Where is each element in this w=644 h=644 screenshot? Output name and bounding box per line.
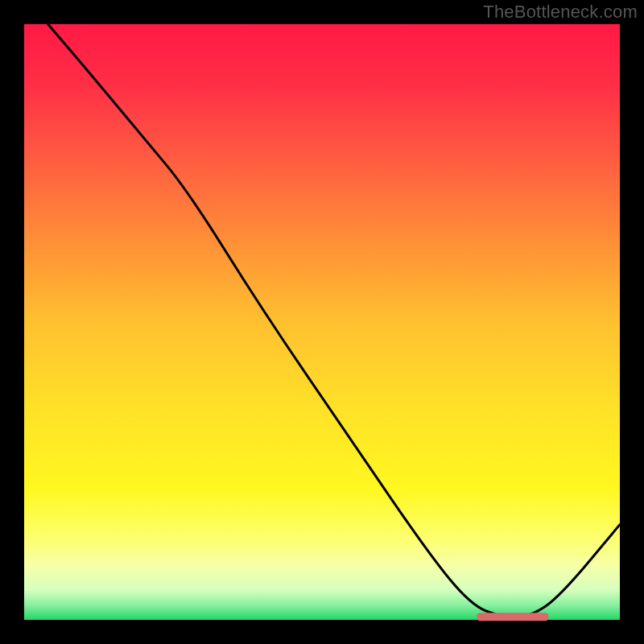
- plot-background: [24, 24, 620, 620]
- frame-left: [0, 0, 24, 644]
- frame-right: [620, 0, 644, 644]
- frame-bottom: [0, 620, 644, 644]
- chart-container: TheBottleneck.com: [0, 0, 644, 644]
- bottleneck-chart: [0, 0, 644, 644]
- watermark-text: TheBottleneck.com: [483, 2, 638, 23]
- optimum-marker: [477, 613, 548, 621]
